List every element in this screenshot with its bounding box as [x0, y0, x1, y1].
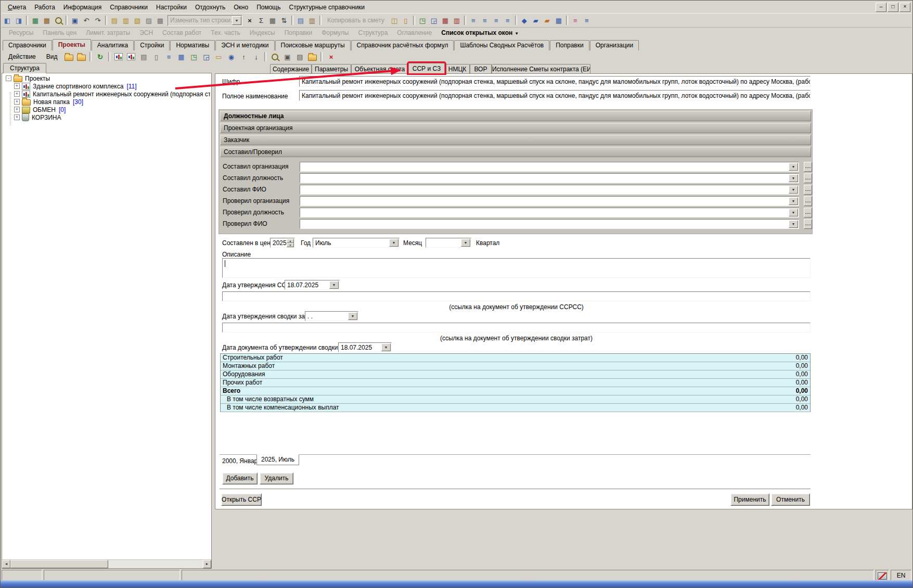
price-grid-icon[interactable]: ▦ — [41, 15, 53, 25]
language-indicator[interactable]: EN — [891, 570, 911, 581]
chevron-down-icon[interactable]: ▼ — [389, 239, 398, 247]
globe-icon[interactable]: ◉ — [225, 52, 237, 62]
copy-icon[interactable]: ▤ — [295, 15, 306, 25]
compiler-name-browse-button[interactable]: … — [804, 185, 812, 195]
tab-calc-formulas[interactable]: Справочник расчётных формул — [351, 40, 454, 50]
compiler-position-combo[interactable]: ▼ — [300, 173, 799, 183]
panel-prices[interactable]: Панель цен — [38, 28, 81, 38]
chevron-down-icon[interactable]: ▼ — [789, 197, 798, 205]
chevron-down-icon[interactable]: ▼ — [789, 220, 798, 228]
checker-position-combo[interactable]: ▼ — [300, 208, 799, 218]
map-grid-icon[interactable]: ▦ — [553, 15, 564, 25]
tree-item-exchange[interactable]: + ОБМЕН [0] — [3, 106, 210, 113]
checker-org-browse-button[interactable]: … — [804, 196, 812, 206]
expand-icon[interactable]: + — [14, 99, 20, 105]
tab-projects[interactable]: Проекты — [53, 39, 91, 50]
filter-icon[interactable]: ◆ — [519, 15, 530, 25]
document-icon[interactable]: ▯ — [150, 52, 162, 62]
import-page-icon[interactable]: ◲ — [428, 15, 440, 25]
project-chart-icon[interactable] — [113, 52, 124, 62]
panel-toc[interactable]: Оглавление — [393, 28, 436, 38]
menu-informacia[interactable]: Информация — [59, 2, 106, 12]
sort-icon[interactable]: ⇅ — [278, 15, 290, 25]
tab-analytics[interactable]: Аналитика — [92, 40, 134, 50]
properties-icon[interactable]: ▤ — [294, 52, 305, 62]
chevron-down-icon[interactable]: ▼ — [789, 209, 798, 216]
scrollbar-thumb[interactable] — [10, 560, 108, 568]
checker-org-combo[interactable]: ▼ — [300, 196, 799, 206]
compiler-position-browse-button[interactable]: … — [804, 173, 812, 183]
delete-button[interactable]: Удалить — [260, 472, 293, 484]
change-row-type-combo[interactable]: Изменить тип строки... ▼ — [168, 15, 242, 26]
tree-item-sport-complex[interactable]: + Здание спортивного комплекса [11] — [3, 82, 210, 90]
menu-structural-refs[interactable]: Структурные справочники — [285, 2, 369, 12]
open-folder-icon[interactable] — [75, 52, 87, 62]
tab-handbooks[interactable]: Справочники — [3, 40, 52, 50]
paste-icon[interactable]: ▥ — [306, 15, 318, 25]
panel-formulas[interactable]: Формулы — [317, 28, 353, 38]
section-customer[interactable]: Заказчик — [220, 135, 811, 145]
search-icon[interactable] — [53, 15, 64, 25]
tree-item-projects[interactable]: - Проекты — [3, 74, 210, 82]
open-ssr-button[interactable]: Открыть ССР — [221, 493, 262, 506]
clear-type-icon[interactable]: × — [244, 15, 255, 25]
tab-corrections[interactable]: Поправки — [550, 40, 589, 50]
code-field[interactable]: Капитальный ремонт инженерных сооружений… — [299, 76, 811, 87]
save-icon[interactable]: ▣ — [69, 15, 81, 25]
tab-structure[interactable]: Структура — [3, 63, 46, 73]
object-chart-icon[interactable] — [125, 52, 137, 62]
officials-header[interactable]: Должностные лица — [220, 111, 811, 121]
checker-position-browse-button[interactable]: … — [804, 208, 812, 218]
panel-structure[interactable]: Структура — [354, 28, 392, 38]
export-page-icon[interactable]: ◳ — [417, 15, 428, 25]
tab-parameters[interactable]: Параметры — [312, 64, 351, 73]
checker-name-combo[interactable]: ▼ — [300, 219, 799, 229]
road-icon[interactable]: ▰ — [542, 15, 553, 25]
summary-link-field[interactable] — [222, 323, 811, 333]
compiler-name-combo[interactable]: ▼ — [300, 185, 799, 195]
layers-blue-icon[interactable]: ≡ — [581, 15, 593, 25]
checker-name-browse-button[interactable]: … — [804, 219, 812, 229]
fullname-field[interactable]: Капитальный ремонт инженерных сооружений… — [299, 90, 811, 101]
table-icon[interactable]: ▦ — [175, 52, 187, 62]
tab-constructions[interactable]: Стройки — [134, 40, 170, 50]
chevron-down-icon[interactable]: ▼ — [789, 163, 798, 171]
import-icon[interactable]: ◲ — [200, 52, 212, 62]
outdent-icon[interactable]: ≡ — [502, 15, 513, 25]
align-left-icon[interactable]: ≡ — [468, 15, 479, 25]
cancel-button[interactable]: Отменить — [771, 493, 810, 506]
menu-pomosch[interactable]: Помощь — [252, 2, 285, 12]
menu-nastroyki[interactable]: Настройки — [152, 2, 191, 12]
chevron-down-icon[interactable]: ▼ — [348, 312, 357, 320]
panel-esn[interactable]: ЭСН — [135, 28, 157, 38]
panel-resources[interactable]: Ресурсы — [5, 28, 37, 38]
period-tab-2000[interactable]: 2000, Январь — [222, 457, 261, 465]
panel-tech-part[interactable]: Тех. часть — [207, 28, 244, 38]
action-menu[interactable]: Действие — [4, 52, 41, 62]
panel-corrections[interactable]: Поправки — [280, 28, 316, 38]
row-types-icon[interactable]: ▩ — [155, 15, 166, 25]
tree-item-capital-repair[interactable]: + Капитальный ремонт инженерных сооружен… — [3, 90, 210, 98]
ssrss-link-field[interactable] — [222, 291, 811, 301]
check-grid-icon[interactable]: ▥ — [451, 15, 462, 25]
layers-pink-icon[interactable]: ≡ — [570, 15, 581, 25]
scroll-right-icon[interactable]: ► — [203, 560, 211, 568]
tab-content[interactable]: Содержание — [270, 64, 312, 73]
insert-block-icon[interactable]: ▧ — [132, 15, 143, 25]
transport-icon[interactable]: ▰ — [530, 15, 542, 25]
collapse-icon[interactable]: - — [6, 75, 11, 81]
tab-object-estimate[interactable]: Объектная смета — [351, 64, 408, 73]
period-tab-2025[interactable]: 2025, Июль — [256, 454, 299, 465]
tab-summary-templates[interactable]: Шаблоны Сводных Расчётов — [454, 40, 549, 50]
tab-standards[interactable]: Нормативы — [170, 40, 215, 50]
chevron-down-icon[interactable]: ▼ — [789, 174, 798, 182]
spin-down-icon[interactable]: ▼ — [287, 243, 294, 247]
insert-row-icon[interactable]: ◧ — [2, 15, 13, 25]
chevron-down-icon[interactable]: ▼ — [461, 239, 470, 247]
menu-rabota[interactable]: Работа — [30, 2, 59, 12]
copy-to-estimate-icon[interactable]: ◫ — [389, 15, 400, 25]
menu-okno[interactable]: Окно — [229, 2, 252, 12]
refresh-icon[interactable]: ↻ — [94, 52, 106, 62]
tab-contract-execution[interactable]: Исполнение Сметы контракта (ЕИС) — [492, 64, 590, 73]
expand-icon[interactable]: + — [14, 114, 20, 120]
